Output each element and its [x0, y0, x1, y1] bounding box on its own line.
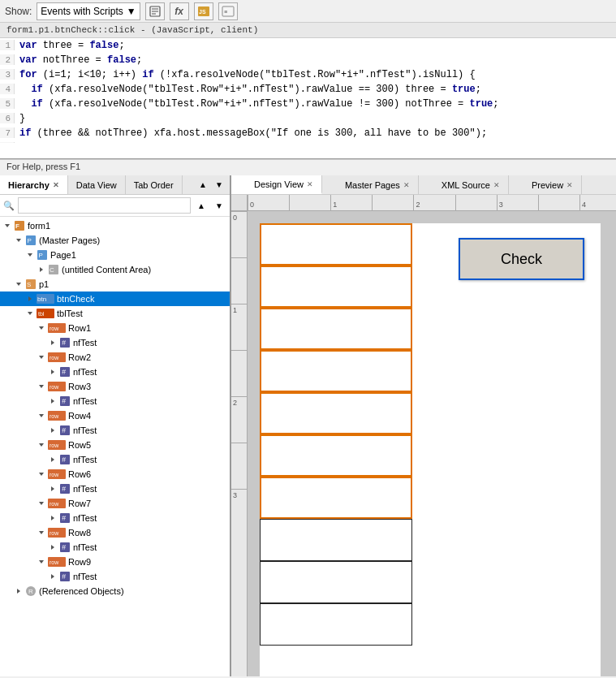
tree-item-nfTest7[interactable]: #nfTest — [0, 511, 230, 525]
tree-toggle-icon[interactable] — [36, 381, 47, 392]
line-number — [0, 142, 15, 143]
hierarchy-tab-close-icon[interactable]: ✕ — [53, 181, 59, 189]
tree-item-nfTest5[interactable]: #nfTest — [0, 452, 230, 467]
fx-btn[interactable]: fx — [170, 2, 189, 20]
svg-marker-8 — [5, 224, 10, 227]
tree-item-master-pages[interactable]: P(Master Pages) — [0, 233, 230, 248]
tree-item-nfTest3[interactable]: #nfTest — [0, 394, 230, 408]
tree-item-row8[interactable]: rowRow8 — [0, 525, 230, 540]
svg-marker-62 — [51, 486, 54, 491]
panel-down-btn[interactable]: ▼ — [212, 178, 226, 192]
extra-icon-btn[interactable]: ≡ — [218, 2, 238, 20]
tree-item-row1[interactable]: rowRow1 — [0, 321, 230, 335]
tree-item-nfTest1[interactable]: #nfTest — [0, 335, 230, 350]
tree-toggle-icon[interactable] — [36, 498, 47, 509]
tree-icon-ref: R — [24, 585, 37, 598]
extra-icon: ≡ — [222, 6, 235, 17]
design-tab-close-icon[interactable]: ✕ — [566, 181, 573, 189]
tree-toggle-icon[interactable] — [36, 352, 47, 363]
tree-item-row2[interactable]: rowRow2 — [0, 350, 230, 365]
tree-item-btnCheck[interactable]: btnbtnCheck — [0, 291, 230, 306]
tree-item-row5[interactable]: rowRow5 — [0, 438, 230, 452]
tree-icon-content: C — [47, 263, 60, 276]
design-tab-design-view[interactable]: Design View✕ — [231, 175, 322, 194]
tree-icon-row: row — [47, 468, 67, 481]
tree-toggle-icon[interactable] — [36, 527, 47, 538]
tree-toggle-icon[interactable] — [2, 220, 13, 231]
tree-item-tblTest[interactable]: tbltblTest — [0, 306, 230, 321]
svg-marker-41 — [39, 385, 44, 388]
design-tab-close-icon[interactable]: ✕ — [307, 180, 313, 188]
search-input[interactable] — [18, 197, 191, 214]
svg-marker-14 — [28, 253, 32, 257]
tree-toggle-icon[interactable] — [13, 235, 24, 246]
tree-item-nfTest8[interactable]: #nfTest — [0, 540, 230, 555]
tree-icon-row: row — [47, 526, 67, 539]
design-tab-close-icon[interactable]: ✕ — [493, 181, 500, 189]
tab-tab-order[interactable]: Tab Order — [126, 175, 183, 194]
tree-toggle-icon[interactable] — [36, 469, 47, 480]
design-canvas[interactable]: 01234 0123 — [231, 195, 616, 676]
line-content: var three = false; — [15, 40, 125, 51]
tree-container[interactable]: Fform1P(Master Pages)PPage1C(untitled Co… — [0, 217, 230, 676]
show-dropdown[interactable]: Events with Scripts ▼ — [37, 2, 140, 20]
tree-item-form1[interactable]: Fform1 — [0, 218, 230, 233]
panel-up-btn[interactable]: ▲ — [196, 178, 210, 192]
design-tab-close-icon[interactable]: ✕ — [403, 181, 410, 189]
edit-icon-btn[interactable] — [145, 2, 165, 20]
table-row-7-cell — [260, 519, 412, 561]
tree-item-row3[interactable]: rowRow3 — [0, 379, 230, 394]
tree-label: nfTest — [73, 484, 97, 494]
sort-down-btn[interactable]: ▼ — [212, 198, 226, 213]
ruler-h-mark: 4 — [579, 195, 616, 210]
svg-marker-47 — [39, 414, 44, 417]
tree-icon-field: # — [58, 541, 71, 554]
tree-toggle-icon[interactable] — [13, 279, 24, 290]
tree-item-row6[interactable]: rowRow6 — [0, 467, 230, 482]
tree-item-nfTest6[interactable]: #nfTest — [0, 482, 230, 496]
check-button-design[interactable]: Check — [459, 238, 584, 280]
ruler-h-mark — [372, 195, 413, 210]
tree-label: (untitled Content Area) — [62, 265, 151, 274]
tree-item-p1[interactable]: Sp1 — [0, 277, 230, 291]
design-tab-xml-source[interactable]: XML Source✕ — [419, 175, 509, 194]
tree-item-nfTest9[interactable]: #nfTest — [0, 569, 230, 584]
svg-marker-59 — [39, 473, 44, 476]
tree-item-nfTest4[interactable]: #nfTest — [0, 423, 230, 438]
tree-icon-table: tbl — [36, 307, 55, 320]
tab-data-view[interactable]: Data View — [68, 175, 126, 194]
tree-toggle-icon — [47, 337, 58, 348]
tab-hierarchy[interactable]: Hierarchy ✕ — [0, 175, 68, 194]
ruler-v-mark — [231, 257, 247, 304]
tree-item-ref-objects[interactable]: R(Referenced Objects) — [0, 584, 230, 598]
design-tab-master-pages[interactable]: Master Pages✕ — [322, 175, 419, 194]
tree-item-row9[interactable]: rowRow9 — [0, 555, 230, 569]
ruler-h-mark: 3 — [497, 195, 538, 210]
tree-toggle-icon[interactable] — [36, 439, 47, 451]
design-tab-preview[interactable]: Preview✕ — [509, 175, 582, 194]
svg-text:row: row — [50, 472, 59, 477]
tree-item-row7[interactable]: rowRow7 — [0, 496, 230, 511]
code-body[interactable]: 1var three = false;2var notThree = false… — [0, 38, 616, 158]
line-number: 7 — [0, 127, 15, 138]
line-content: var notThree = false; — [15, 54, 142, 66]
svg-marker-68 — [51, 516, 54, 520]
tree-toggle-icon[interactable] — [24, 308, 36, 319]
tree-toggle-icon[interactable] — [36, 410, 47, 421]
svg-text:row: row — [50, 355, 59, 361]
tree-toggle-icon[interactable] — [36, 322, 47, 334]
svg-marker-77 — [39, 560, 44, 564]
tree-icon-row: row — [47, 322, 67, 335]
tree-item-row4[interactable]: rowRow4 — [0, 408, 230, 423]
ruler-h-mark: 0 — [248, 195, 289, 210]
tree-item-untitled-content[interactable]: C(untitled Content Area) — [0, 262, 230, 277]
resize-handle[interactable] — [226, 175, 230, 676]
sort-up-btn[interactable]: ▲ — [194, 198, 209, 213]
tree-item-nfTest2[interactable]: #nfTest — [0, 365, 230, 379]
tree-toggle-icon[interactable] — [24, 249, 36, 261]
js-icon-btn[interactable]: JS — [194, 2, 213, 20]
tree-item-page1[interactable]: PPage1 — [0, 248, 230, 262]
tree-toggle-icon[interactable] — [36, 556, 47, 568]
panel-tabs: Hierarchy ✕ Data View Tab Order ▲ ▼ — [0, 175, 230, 195]
search-bar: 🔍 ▲ ▼ — [0, 195, 230, 217]
